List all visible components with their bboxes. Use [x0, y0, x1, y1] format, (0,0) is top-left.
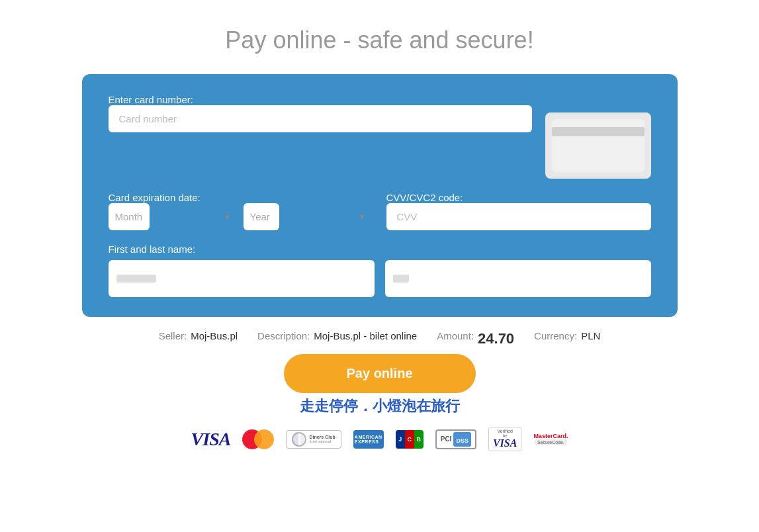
cvv-input[interactable] [386, 203, 651, 230]
verified-by-visa-logo: Verified by VISA [488, 427, 521, 451]
seller-label: Seller: [159, 330, 187, 347]
diners-club-label: Diners Club [309, 435, 335, 439]
month-select-wrapper: Month 010203 040506 070809 101112 ▼ [109, 203, 238, 230]
mastercard-securecode-logo: MasterCard. SecureCode. [533, 433, 568, 445]
month-select[interactable]: Month 010203 040506 070809 101112 [109, 203, 150, 230]
year-select-wrapper: Year 202420252026 2027202820292030 ▼ [244, 203, 373, 230]
mc-orange-circle [254, 429, 274, 449]
description-label: Description: [257, 330, 310, 347]
amount-info: Amount: 24.70 [437, 330, 514, 347]
verified-text: Verified [497, 429, 512, 433]
name-label: First and last name: [109, 244, 651, 255]
pay-online-button[interactable]: Pay online [284, 354, 476, 393]
card-number-row: Enter card number: [109, 94, 651, 179]
expiry-section: Card expiration date: Month 010203 04050… [109, 192, 373, 230]
mc-secure-top-text: MasterCard. [533, 433, 568, 439]
card-number-section: Enter card number: [109, 94, 532, 132]
pci-dss-text: DSS [456, 437, 469, 444]
diners-logo-row: Diners Club International [292, 432, 335, 447]
month-chevron-icon: ▼ [224, 212, 232, 222]
amount-value: 24.70 [478, 330, 514, 347]
diners-inner-right [300, 432, 306, 447]
page-title: Pay online - safe and secure! [225, 26, 533, 54]
amex-logo: AMERICANEXPRESS [353, 430, 384, 449]
chinese-watermark: 走走停停．小燈泡在旅行 [300, 396, 460, 416]
name-row: First and last name: [109, 244, 651, 297]
expiry-cvv-row: Card expiration date: Month 010203 04050… [109, 192, 651, 230]
seller-value: Moj-Bus.pl [191, 330, 238, 347]
pci-dss-badge: DSS [453, 432, 471, 447]
jcb-green-block: B [414, 430, 424, 449]
last-name-wrapper [385, 260, 651, 297]
jcb-b-letter: B [416, 436, 421, 443]
expiry-selects: Month 010203 040506 070809 101112 ▼ Year… [109, 203, 373, 230]
mc-secure-code-text: SecureCode. [535, 439, 567, 445]
year-chevron-icon: ▼ [359, 212, 367, 222]
diners-text-block: Diners Club International [309, 435, 335, 443]
card-number-label: Enter card number: [109, 94, 532, 105]
jcb-blue-block: J [396, 430, 405, 449]
diners-international-label: International [309, 439, 335, 443]
card-stripe [552, 127, 645, 136]
description-info: Description: Moj-Bus.pl - bilet online [257, 330, 417, 347]
seller-info: Seller: Moj-Bus.pl [159, 330, 238, 347]
last-name-placeholder-block [393, 275, 409, 283]
description-value: Moj-Bus.pl - bilet online [314, 330, 417, 347]
name-inputs [109, 260, 651, 297]
info-row: Seller: Moj-Bus.pl Description: Moj-Bus.… [159, 330, 601, 347]
cvv-label: CVV/CVC2 code: [386, 192, 651, 203]
card-inner [552, 119, 645, 172]
payment-logos-row: VISA Diners Club International AMERICANE… [191, 427, 568, 451]
mastercard-logo [242, 429, 274, 449]
currency-value: PLN [581, 330, 600, 347]
expiry-label: Card expiration date: [109, 192, 373, 203]
year-select[interactable]: Year 202420252026 2027202820292030 [244, 203, 279, 230]
visa-verified-text: VISA [493, 437, 517, 449]
diners-circle-icon [292, 432, 306, 447]
currency-label: Currency: [534, 330, 577, 347]
first-name-placeholder-block [116, 275, 156, 283]
cvv-section: CVV/CVC2 code: [386, 192, 651, 230]
amex-text: AMERICANEXPRESS [355, 435, 382, 444]
card-form: Enter card number: Card expiration date:… [82, 74, 678, 317]
last-name-input[interactable] [385, 260, 651, 297]
jcb-logo: J C B [396, 430, 424, 449]
amount-label: Amount: [437, 330, 474, 347]
pci-dss-logo: PCI DSS [435, 429, 476, 449]
jcb-red-block: C [405, 430, 414, 449]
card-preview-image [545, 112, 651, 179]
pci-text: PCI [441, 435, 452, 443]
jcb-j-letter: J [398, 436, 402, 443]
visa-logo: VISA [191, 429, 231, 450]
jcb-c-letter: C [407, 436, 412, 443]
currency-info: Currency: PLN [534, 330, 600, 347]
diners-inner-left [292, 432, 298, 447]
card-number-input[interactable] [109, 105, 532, 132]
first-name-wrapper [109, 260, 375, 297]
diners-club-logo: Diners Club International [286, 430, 341, 449]
